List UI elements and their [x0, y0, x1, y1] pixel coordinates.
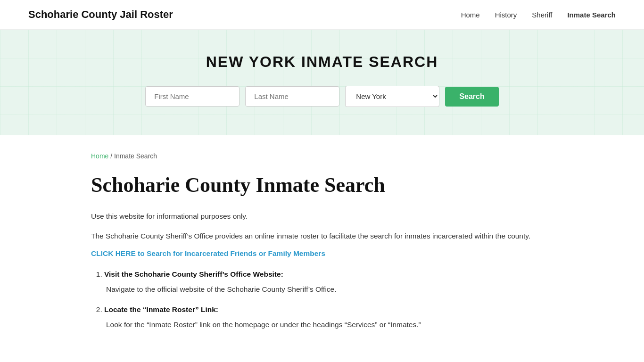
- step-1: Visit the Schoharie County Sheriff’s Off…: [104, 268, 553, 295]
- step-2: Locate the “Inmate Roster” Link: Look fo…: [104, 304, 553, 330]
- step-1-heading: Visit the Schoharie County Sheriff’s Off…: [104, 270, 283, 278]
- last-name-input[interactable]: [245, 86, 339, 107]
- page-title: Schoharie County Inmate Search: [91, 173, 553, 197]
- intro-para-1: Use this website for informational purpo…: [91, 210, 553, 222]
- hero-title: NEW YORK INMATE SEARCH: [9, 53, 635, 71]
- incarcerated-search-link[interactable]: CLICK HERE to Search for Incarcerated Fr…: [91, 249, 553, 258]
- search-button[interactable]: Search: [445, 87, 498, 107]
- breadcrumb-current: Inmate Search: [114, 152, 157, 160]
- site-title: Schoharie County Jail Roster: [28, 8, 173, 21]
- step-1-body: Navigate to the official website of the …: [106, 283, 553, 296]
- steps-list: Visit the Schoharie County Sheriff’s Off…: [91, 268, 553, 330]
- breadcrumb: Home / Inmate Search: [91, 152, 553, 160]
- state-select[interactable]: New YorkAlabamaAlaskaArizonaArkansasCali…: [345, 86, 439, 107]
- intro-para-2: The Schoharie County Sheriff’s Office pr…: [91, 230, 553, 242]
- main-nav: Home History Sheriff Inmate Search: [461, 11, 616, 19]
- step-2-heading: Locate the “Inmate Roster” Link:: [104, 305, 218, 313]
- breadcrumb-home-link[interactable]: Home: [91, 152, 108, 160]
- nav-history[interactable]: History: [495, 11, 517, 19]
- nav-sheriff[interactable]: Sheriff: [532, 11, 552, 19]
- first-name-input[interactable]: [145, 86, 239, 107]
- search-form: New YorkAlabamaAlaskaArizonaArkansasCali…: [9, 86, 635, 107]
- step-2-body: Look for the “Inmate Roster” link on the…: [106, 319, 553, 331]
- breadcrumb-separator: /: [110, 152, 114, 160]
- nav-home[interactable]: Home: [461, 11, 480, 19]
- hero-section: NEW YORK INMATE SEARCH New YorkAlabamaAl…: [0, 30, 644, 135]
- nav-inmate-search[interactable]: Inmate Search: [567, 11, 616, 19]
- main-content: Home / Inmate Search Schoharie County In…: [63, 135, 581, 362]
